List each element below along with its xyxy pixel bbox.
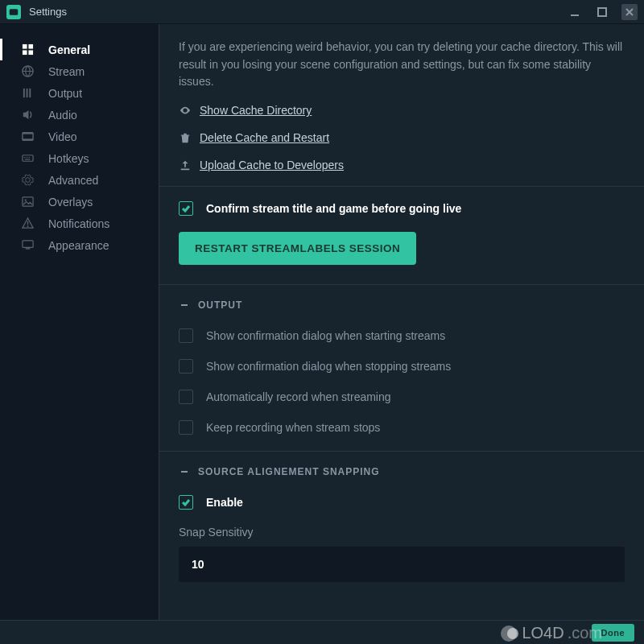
audio-icon <box>21 109 34 122</box>
gear-icon <box>21 174 34 187</box>
svg-rect-20 <box>24 159 30 159</box>
window-controls <box>567 4 638 20</box>
svg-rect-4 <box>598 8 606 16</box>
svg-rect-0 <box>10 9 19 15</box>
output-row-0: Show confirmation dialog when starting s… <box>179 328 625 343</box>
trash-icon <box>179 131 192 144</box>
svg-rect-15 <box>22 138 32 140</box>
svg-point-2 <box>14 10 16 12</box>
svg-rect-28 <box>181 471 188 473</box>
sidebar-item-appearance[interactable]: Appearance <box>0 234 159 256</box>
svg-rect-27 <box>181 304 188 306</box>
sidebar: General Stream Output Audio Video Hotkey… <box>0 24 159 620</box>
globe-icon <box>21 65 34 78</box>
sidebar-item-output[interactable]: Output <box>0 82 159 104</box>
confirm-stream-label: Confirm stream title and game before goi… <box>206 202 461 215</box>
svg-rect-11 <box>26 89 27 97</box>
svg-rect-7 <box>22 50 27 55</box>
sidebar-item-label: General <box>48 43 90 56</box>
snap-enable-row: Enable <box>179 495 625 510</box>
upload-cache-link[interactable]: Upload Cache to Developers <box>200 159 344 171</box>
svg-point-18 <box>26 157 27 159</box>
snap-sensitivity-label: Snap Sensitivy <box>179 526 625 539</box>
output-checkbox-start-confirm[interactable] <box>179 328 193 343</box>
svg-rect-10 <box>23 89 24 97</box>
snap-section-header[interactable]: SOURCE ALIGNEMENT SNAPPING <box>179 466 625 477</box>
titlebar: Settings <box>0 0 644 24</box>
svg-point-22 <box>24 200 26 201</box>
output-row-2: Automatically record when streaming <box>179 390 625 404</box>
sidebar-item-label: Audio <box>48 109 77 122</box>
collapse-icon <box>179 299 190 311</box>
window-title: Settings <box>29 6 67 18</box>
svg-rect-8 <box>28 50 33 55</box>
eye-icon <box>179 104 192 117</box>
confirm-stream-checkbox[interactable] <box>179 201 193 216</box>
cache-description: If you are experiencing weird behavior, … <box>179 39 625 91</box>
svg-rect-26 <box>25 248 30 249</box>
svg-rect-21 <box>22 197 32 206</box>
sidebar-item-hotkeys[interactable]: Hotkeys <box>0 147 159 169</box>
keyboard-icon <box>21 152 34 165</box>
minimize-button[interactable] <box>567 4 583 20</box>
app-icon <box>6 5 21 19</box>
svg-rect-6 <box>28 44 33 49</box>
svg-rect-12 <box>29 89 31 97</box>
svg-rect-16 <box>22 155 32 162</box>
warning-icon <box>21 217 34 230</box>
svg-rect-3 <box>571 14 579 16</box>
sidebar-item-label: Overlays <box>48 196 93 208</box>
grid-icon <box>21 43 34 56</box>
monitor-icon <box>21 239 34 252</box>
output-label: Show confirmation dialog when starting s… <box>206 329 445 342</box>
sidebar-item-overlays[interactable]: Overlays <box>0 191 159 213</box>
footer: Done <box>0 620 644 644</box>
snap-sensitivity-input[interactable] <box>179 547 625 582</box>
sidebar-item-label: Hotkeys <box>48 152 89 165</box>
delete-cache-link-row: Delete Cache and Restart <box>179 131 625 144</box>
show-cache-link-row: Show Cache Directory <box>179 104 625 117</box>
sidebar-item-notifications[interactable]: Notifications <box>0 213 159 234</box>
sidebar-item-label: Appearance <box>48 239 109 252</box>
sidebar-item-general[interactable]: General <box>0 39 159 60</box>
output-label: Keep recording when stream stops <box>206 421 380 434</box>
maximize-button[interactable] <box>594 4 610 20</box>
svg-point-24 <box>27 225 28 227</box>
sidebar-item-audio[interactable]: Audio <box>0 104 159 126</box>
snap-enable-label: Enable <box>206 496 243 509</box>
collapse-icon <box>179 466 190 477</box>
main-content: If you are experiencing weird behavior, … <box>159 24 644 620</box>
sidebar-item-advanced[interactable]: Advanced <box>0 169 159 191</box>
svg-rect-23 <box>27 221 27 225</box>
delete-cache-link[interactable]: Delete Cache and Restart <box>200 131 329 144</box>
output-checkbox-keep-recording[interactable] <box>179 420 193 435</box>
upload-cache-link-row: Upload Cache to Developers <box>179 159 625 171</box>
video-icon <box>21 130 34 143</box>
close-button[interactable] <box>621 4 638 20</box>
output-checkbox-auto-record[interactable] <box>179 390 193 404</box>
output-row-3: Keep recording when stream stops <box>179 420 625 435</box>
restart-streamlabels-button[interactable]: Restart Streamlabels Session <box>179 232 416 265</box>
svg-rect-5 <box>22 44 27 49</box>
snap-header-label: SOURCE ALIGNEMENT SNAPPING <box>198 466 380 477</box>
upload-icon <box>179 159 192 171</box>
confirm-stream-row: Confirm stream title and game before goi… <box>179 201 625 216</box>
output-checkbox-stop-confirm[interactable] <box>179 359 193 374</box>
snap-enable-checkbox[interactable] <box>179 495 193 510</box>
bars-icon <box>21 87 34 100</box>
svg-rect-25 <box>22 241 32 247</box>
show-cache-link[interactable]: Show Cache Directory <box>200 104 312 117</box>
svg-point-1 <box>11 10 13 12</box>
sidebar-item-stream[interactable]: Stream <box>0 60 159 82</box>
output-label: Automatically record when streaming <box>206 390 391 403</box>
output-header-label: OUTPUT <box>198 299 242 311</box>
sidebar-item-label: Output <box>48 87 82 100</box>
output-row-1: Show confirmation dialog when stopping s… <box>179 359 625 374</box>
output-label: Show confirmation dialog when stopping s… <box>206 360 451 373</box>
sidebar-item-label: Notifications <box>48 217 109 230</box>
done-button[interactable]: Done <box>592 624 635 642</box>
image-icon <box>21 196 34 208</box>
sidebar-item-label: Advanced <box>48 174 98 187</box>
sidebar-item-video[interactable]: Video <box>0 126 159 147</box>
output-section-header[interactable]: OUTPUT <box>179 299 625 311</box>
